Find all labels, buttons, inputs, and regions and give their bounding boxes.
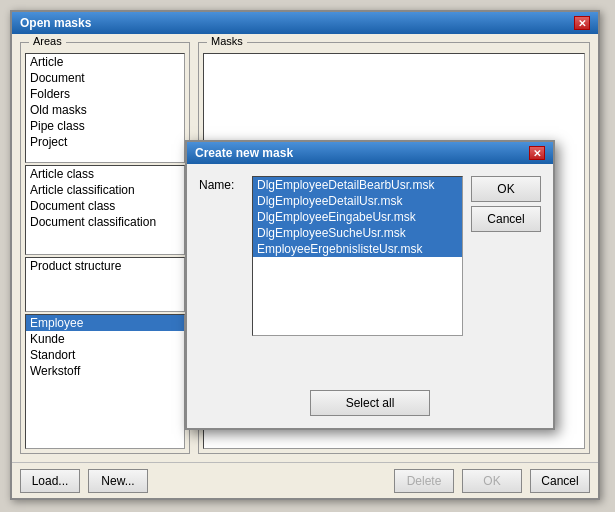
list-item[interactable]: DlgEmployeeDetailUsr.msk <box>253 193 462 209</box>
load-button[interactable]: Load... <box>20 469 80 493</box>
list-item[interactable]: Article class <box>26 166 184 182</box>
list-item[interactable]: Document class <box>26 198 184 214</box>
ok-button[interactable]: OK <box>462 469 522 493</box>
select-all-row: Select all <box>199 382 541 416</box>
overlay-ok-button[interactable]: OK <box>471 176 541 202</box>
overlay-buttons: OK Cancel <box>471 176 541 336</box>
areas-list-2[interactable]: Article class Article classification Doc… <box>25 165 185 255</box>
list-item[interactable]: Document <box>26 70 184 86</box>
areas-box: Article Document Folders Old masks Pipe … <box>21 43 189 453</box>
cancel-button[interactable]: Cancel <box>530 469 590 493</box>
name-row: Name: DlgEmployeeDetailBearbUsr.msk DlgE… <box>199 176 541 382</box>
list-item[interactable]: Pipe class <box>26 118 184 134</box>
areas-label: Areas <box>29 35 66 47</box>
masks-label: Masks <box>207 35 247 47</box>
list-item[interactable]: Werkstoff <box>26 363 184 379</box>
list-item-employee[interactable]: Employee <box>26 315 184 331</box>
name-label: Name: <box>199 178 244 192</box>
overlay-cancel-button[interactable]: Cancel <box>471 206 541 232</box>
list-item[interactable]: DlgEmployeeDetailBearbUsr.msk <box>253 177 462 193</box>
list-item[interactable]: Folders <box>26 86 184 102</box>
overlay-content: Name: DlgEmployeeDetailBearbUsr.msk DlgE… <box>187 164 553 428</box>
overlay-title-bar: Create new mask ✕ <box>187 142 553 164</box>
areas-group: Areas Article Document Folders Old masks… <box>20 42 190 454</box>
areas-list-4[interactable]: Employee Kunde Standort Werkstoff <box>25 314 185 449</box>
list-item[interactable]: DlgEmployeeEingabeUsr.msk <box>253 209 462 225</box>
delete-button[interactable]: Delete <box>394 469 454 493</box>
list-item[interactable]: Article <box>26 54 184 70</box>
name-list-and-buttons: DlgEmployeeDetailBearbUsr.msk DlgEmploye… <box>252 176 541 336</box>
list-item[interactable]: Document classification <box>26 214 184 230</box>
overlay-close-button[interactable]: ✕ <box>529 146 545 160</box>
list-item[interactable]: Project <box>26 134 184 150</box>
main-close-button[interactable]: ✕ <box>574 16 590 30</box>
list-item[interactable]: Standort <box>26 347 184 363</box>
list-item[interactable]: Product structure <box>26 258 184 274</box>
overlay-dialog: Create new mask ✕ Name: DlgEmployeeDetai… <box>185 140 555 430</box>
list-item[interactable]: Kunde <box>26 331 184 347</box>
name-listbox[interactable]: DlgEmployeeDetailBearbUsr.msk DlgEmploye… <box>252 176 463 336</box>
areas-list-1[interactable]: Article Document Folders Old masks Pipe … <box>25 53 185 163</box>
main-title-bar: Open masks ✕ <box>12 12 598 34</box>
list-item[interactable]: DlgEmployeeSucheUsr.msk <box>253 225 462 241</box>
new-button[interactable]: New... <box>88 469 148 493</box>
list-item[interactable]: Old masks <box>26 102 184 118</box>
main-footer: Load... New... Delete OK Cancel <box>12 462 598 498</box>
list-item[interactable]: EmployeeErgebnislisteUsr.msk <box>253 241 462 257</box>
list-item[interactable]: Article classification <box>26 182 184 198</box>
areas-list-3[interactable]: Product structure <box>25 257 185 312</box>
select-all-button[interactable]: Select all <box>310 390 430 416</box>
main-dialog-title: Open masks <box>20 16 91 30</box>
overlay-dialog-title: Create new mask <box>195 146 293 160</box>
